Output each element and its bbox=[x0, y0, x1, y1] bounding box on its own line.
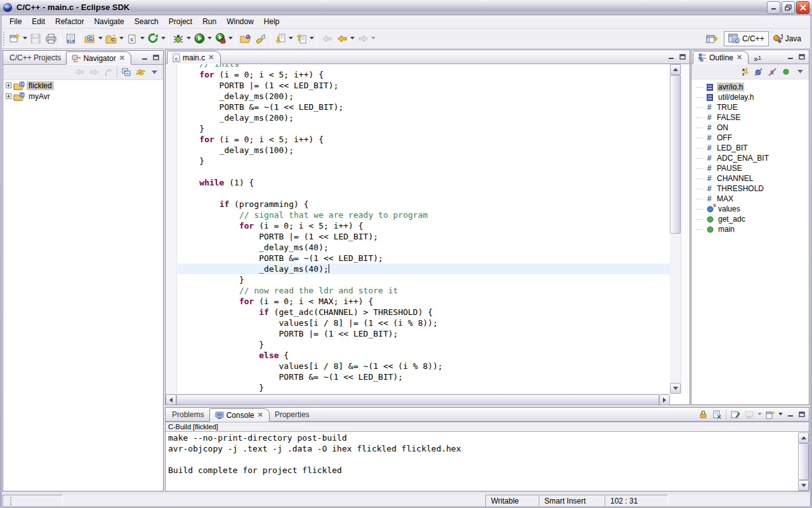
code-line[interactable]: for (i = 0; i < MAX; i++) { bbox=[178, 296, 670, 307]
tab-navigator[interactable]: Navigator ✕ bbox=[66, 51, 131, 65]
tab-console[interactable]: Console ✕ bbox=[209, 408, 270, 422]
outline-item-TRUE[interactable]: #TRUE bbox=[691, 102, 809, 112]
editor-horizontal-scrollbar[interactable] bbox=[166, 394, 670, 404]
tree-expander-icon[interactable] bbox=[6, 83, 11, 88]
editor-minimize-button[interactable] bbox=[666, 53, 676, 61]
previous-annotation-dropdown[interactable] bbox=[309, 37, 315, 40]
code-line[interactable]: } bbox=[178, 339, 670, 350]
tab-navigator-close-icon[interactable]: ✕ bbox=[119, 54, 126, 62]
outline-item-ADC_ENA_BIT[interactable]: #ADC_ENA_BIT bbox=[691, 153, 809, 163]
code-line[interactable]: _delay_ms(200); bbox=[178, 112, 670, 123]
console-vscroll-thumb[interactable] bbox=[798, 443, 809, 480]
code-line[interactable]: PORTB &= ~(1 << LED_BIT); bbox=[178, 253, 670, 264]
console-maximize-button[interactable] bbox=[797, 410, 806, 418]
outline-item-CHANNEL[interactable]: #CHANNEL bbox=[691, 173, 809, 184]
console-output[interactable]: make --no-print-directory post-buildavr-… bbox=[166, 432, 798, 491]
tab-console-close-icon[interactable]: ✕ bbox=[257, 411, 264, 419]
editor-vscroll-thumb[interactable] bbox=[670, 75, 681, 234]
back-dropdown[interactable] bbox=[350, 37, 355, 40]
perspective-java-button[interactable]: J Java bbox=[769, 31, 805, 46]
scroll-down-icon[interactable] bbox=[670, 383, 681, 394]
code-line[interactable]: PORTB &= ~(1 << LED_BIT); bbox=[178, 102, 670, 112]
outline-item-FALSE[interactable]: #FALSE bbox=[691, 112, 809, 123]
tab-outline-close-icon[interactable]: ✕ bbox=[736, 53, 743, 62]
code-line[interactable]: if (programming) { bbox=[178, 199, 670, 210]
code-line[interactable]: _delay_ms(200); bbox=[178, 91, 670, 102]
code-line[interactable]: for (i = 0; i < 5; i++) { bbox=[178, 220, 670, 231]
tab-main-c[interactable]: c main.c ✕ bbox=[167, 51, 221, 64]
editor-left-ruler[interactable] bbox=[166, 64, 177, 394]
code-line[interactable]: while (1) { bbox=[178, 177, 670, 188]
menu-edit[interactable]: Edit bbox=[27, 16, 50, 27]
new-wizard-button[interactable] bbox=[7, 31, 22, 46]
debug-dropdown[interactable] bbox=[186, 37, 192, 40]
code-line[interactable] bbox=[178, 188, 670, 199]
external-tools-dropdown[interactable] bbox=[228, 37, 233, 40]
new-c-file-dropdown[interactable] bbox=[140, 37, 145, 40]
forward-dropdown[interactable] bbox=[370, 37, 376, 40]
outline-item-THRESHOLD[interactable]: #THRESHOLD bbox=[691, 184, 809, 194]
tab-cpp-projects[interactable]: C/C++ Projects bbox=[4, 51, 66, 64]
hide-nonpublic-members-button[interactable] bbox=[780, 65, 792, 78]
code-line[interactable]: PORTB &= ~(1 << LED_BIT); bbox=[178, 371, 670, 382]
navigator-maximize-button[interactable] bbox=[151, 53, 160, 62]
new-c-file-button[interactable]: c bbox=[124, 31, 140, 46]
print-button[interactable] bbox=[43, 31, 58, 46]
menu-file[interactable]: File bbox=[4, 16, 27, 27]
menu-search[interactable]: Search bbox=[129, 16, 164, 27]
outline-item-LED_BIT[interactable]: #LED_BIT bbox=[691, 143, 809, 153]
nav-up-button[interactable] bbox=[102, 66, 114, 79]
tab-properties[interactable]: Properties bbox=[270, 408, 315, 421]
code-line[interactable]: _delay_ms(40); bbox=[178, 264, 670, 274]
console-vertical-scrollbar[interactable] bbox=[798, 432, 809, 491]
editor-vertical-scrollbar[interactable] bbox=[670, 64, 681, 394]
outline-item-avr/io.h[interactable]: avr/io.h bbox=[691, 82, 809, 92]
editor-hscroll-thumb[interactable] bbox=[176, 394, 659, 405]
code-line[interactable]: else { bbox=[178, 350, 670, 361]
forward-button[interactable] bbox=[355, 31, 370, 46]
code-line[interactable]: // now read the ldr and store it bbox=[178, 285, 670, 296]
open-console-button[interactable] bbox=[764, 408, 776, 421]
code-line[interactable]: PORTB |= (1 << LED_BIT); bbox=[178, 328, 670, 339]
code-line[interactable]: // inits bbox=[178, 64, 670, 69]
scroll-up-icon[interactable] bbox=[798, 432, 809, 443]
outline-view-menu[interactable] bbox=[794, 65, 806, 78]
menu-navigate[interactable]: Navigate bbox=[89, 16, 129, 27]
minimize-button[interactable] bbox=[767, 1, 780, 14]
last-edit-location-button[interactable] bbox=[319, 31, 334, 46]
clear-console-button[interactable] bbox=[710, 408, 723, 421]
outline-maximize-button[interactable] bbox=[797, 53, 806, 61]
hide-fields-button[interactable] bbox=[752, 65, 764, 78]
collapse-all-button[interactable] bbox=[120, 66, 133, 79]
tab-problems[interactable]: Problems bbox=[167, 408, 209, 421]
next-annotation-dropdown[interactable] bbox=[288, 37, 294, 40]
pin-console-button[interactable] bbox=[729, 408, 742, 421]
tree-expander-icon[interactable] bbox=[6, 93, 11, 99]
new-wizard-dropdown[interactable] bbox=[22, 37, 28, 40]
build-button[interactable] bbox=[145, 31, 160, 46]
new-c-project-dropdown[interactable] bbox=[98, 37, 103, 40]
code-editor[interactable]: // inits for (i = 0; i < 5; i++) { PORTB… bbox=[178, 64, 670, 394]
debug-button[interactable] bbox=[171, 31, 186, 46]
next-annotation-button[interactable] bbox=[273, 31, 288, 46]
code-line[interactable]: // signal that we are ready to program bbox=[178, 210, 670, 220]
code-line[interactable]: if (get_adc(CHANNEL) > THRESHOLD) { bbox=[178, 307, 670, 318]
open-perspective-button[interactable] bbox=[704, 31, 719, 46]
sort-button[interactable]: az bbox=[738, 65, 750, 78]
tab-outline[interactable]: Outline ✕ bbox=[693, 51, 749, 64]
search-button[interactable] bbox=[253, 31, 268, 46]
new-cpp-project-dropdown[interactable] bbox=[119, 37, 124, 40]
perspective-cpp-button[interactable]: C C/C++ bbox=[724, 31, 769, 46]
code-line[interactable]: values[i / 8] &= ~(1 << (i % 8)); bbox=[178, 361, 670, 371]
hide-static-members-button[interactable]: s bbox=[766, 65, 778, 78]
editor-overview-ruler[interactable] bbox=[681, 64, 690, 394]
hidden-views-chevron[interactable]: »1 bbox=[754, 55, 761, 64]
tab-main-c-close-icon[interactable]: ✕ bbox=[207, 53, 214, 62]
editor-maximize-button[interactable] bbox=[678, 53, 687, 61]
menu-run[interactable]: Run bbox=[197, 16, 221, 27]
outline-item-get_adc[interactable]: get_adc bbox=[691, 214, 809, 224]
menu-window[interactable]: Window bbox=[221, 16, 259, 27]
new-c-project-button[interactable]: C bbox=[82, 31, 98, 46]
scroll-down-icon[interactable] bbox=[798, 480, 809, 491]
run-dropdown[interactable] bbox=[207, 37, 213, 40]
